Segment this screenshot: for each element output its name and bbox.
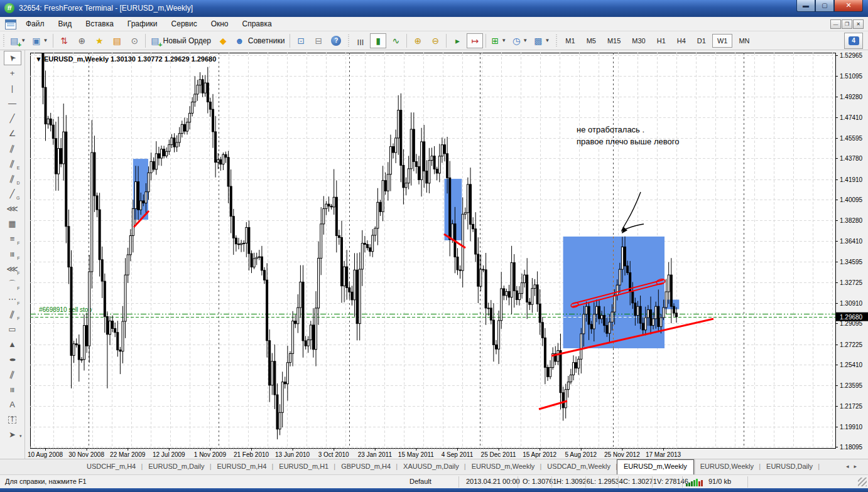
menu-help[interactable]: Справка bbox=[236, 17, 279, 31]
trendline-tool-icon: ╱ bbox=[10, 114, 15, 122]
maximize-button[interactable]: ▢ bbox=[815, 0, 834, 12]
crosshair-button[interactable]: ⊕ bbox=[73, 33, 90, 48]
trend-angle-tool[interactable]: ∠ bbox=[4, 126, 21, 141]
fibo-timezones-tool[interactable]: |||F bbox=[4, 247, 21, 261]
cycle-lines-tool[interactable]: ||| bbox=[4, 382, 21, 397]
stddev-channel-tool-icon: ∥ bbox=[9, 159, 16, 168]
regression-channel-tool[interactable]: ∥D bbox=[4, 171, 21, 186]
tab-scroll-arrows[interactable]: ◂▸ bbox=[846, 463, 862, 469]
toolbar-separator bbox=[486, 34, 486, 48]
chart-window-icon[interactable] bbox=[5, 19, 16, 29]
timeframe-m15[interactable]: M15 bbox=[602, 34, 626, 48]
timeframe-m30[interactable]: M30 bbox=[627, 34, 650, 48]
mdi-close-button[interactable]: ✕ bbox=[853, 19, 864, 29]
date-axis-label: 23 Jan 2011 bbox=[358, 451, 393, 458]
mdi-minimize-button[interactable]: — bbox=[830, 19, 841, 29]
chart-tab-6[interactable]: EURUSD_m,Weekly| bbox=[465, 459, 541, 475]
fibo-fan-tool[interactable]: ⋘F bbox=[4, 262, 21, 276]
new-order-button[interactable]: ▤+Новый Ордер bbox=[148, 33, 214, 48]
mdi-restore-button[interactable]: ❐ bbox=[842, 19, 852, 29]
chart-shift-button[interactable]: ↦ bbox=[467, 33, 483, 48]
terminal-button[interactable]: ▤ bbox=[109, 33, 125, 48]
menu-view[interactable]: Вид bbox=[52, 17, 79, 31]
timeframe-m1[interactable]: M1 bbox=[560, 34, 580, 48]
timeframe-m5[interactable]: M5 bbox=[582, 34, 601, 48]
fibo-channel-tool[interactable]: ∥F bbox=[4, 307, 21, 321]
horizontal-line-tool[interactable]: — bbox=[4, 96, 21, 110]
candlestick-button[interactable]: ▮ bbox=[370, 33, 386, 48]
timeframe-d1[interactable]: D1 bbox=[692, 34, 711, 48]
close-button[interactable]: ✕ bbox=[834, 0, 863, 12]
gann-grid-tool[interactable]: ▦ bbox=[4, 217, 21, 231]
menu-service[interactable]: Сервис bbox=[165, 17, 204, 31]
templates-button[interactable]: ▩▼ bbox=[531, 33, 552, 48]
chart-area[interactable]: #6698910 sell stopне отработалась .право… bbox=[0, 50, 868, 459]
new-chart-button[interactable]: ▤+▼ bbox=[8, 33, 28, 48]
favorites-button[interactable]: ★ bbox=[91, 33, 107, 48]
menu-charts[interactable]: Графики bbox=[121, 17, 165, 31]
chart-tab-9[interactable]: EURUSD,Weekly| bbox=[694, 459, 760, 475]
alert-button[interactable]: ◆ bbox=[215, 33, 231, 48]
minimize-button[interactable]: ▬ bbox=[796, 0, 815, 12]
timeframe-h4[interactable]: H4 bbox=[672, 34, 691, 48]
chart-tab-3[interactable]: EURUSD_m,H1| bbox=[273, 459, 335, 475]
zoom-in-button[interactable]: ⊕ bbox=[410, 33, 426, 48]
chart-tab-2[interactable]: EURUSD_m,H4| bbox=[210, 459, 273, 475]
fullscreen-button[interactable]: ⊡ bbox=[293, 33, 309, 48]
price-axis-label: 1.27225 bbox=[840, 341, 863, 348]
resize-grip[interactable] bbox=[858, 478, 867, 486]
text-tool[interactable]: A bbox=[4, 397, 21, 412]
periods-button[interactable]: ◷▼ bbox=[510, 33, 530, 48]
chart-tab-4[interactable]: GBPUSD_m,H4| bbox=[335, 459, 397, 475]
expert-advisors-button[interactable]: ☻Советники bbox=[232, 33, 287, 48]
menu-window[interactable]: Окно bbox=[204, 17, 236, 31]
chart-tab-7[interactable]: USDCAD_m,Weekly| bbox=[541, 459, 617, 475]
date-axis-label: 15 May 2011 bbox=[398, 451, 435, 458]
annotation-line2[interactable]: правое плечо выше левого bbox=[577, 137, 679, 146]
tester-button[interactable]: ⊙ bbox=[126, 33, 143, 48]
text-label-tool[interactable]: T bbox=[4, 412, 21, 427]
rectangle-tool[interactable]: ▭ bbox=[4, 322, 21, 336]
menu-insert[interactable]: Вставка bbox=[79, 17, 121, 31]
auto-scroll-button[interactable]: ▸ bbox=[449, 33, 465, 48]
market-watch-button[interactable]: ⇅ bbox=[56, 33, 72, 48]
timeframe-w1[interactable]: W1 bbox=[712, 34, 733, 48]
price-chart[interactable]: #6698910 sell stopне отработалась .право… bbox=[0, 50, 868, 459]
community-button[interactable]: 4 bbox=[844, 33, 863, 49]
annotation-line1[interactable]: не отработалась . bbox=[577, 125, 644, 134]
chart-tab-0[interactable]: USDCHF_m,H4| bbox=[80, 459, 142, 475]
fibo-retracement-tool[interactable]: ≡F bbox=[4, 232, 21, 246]
ellipse-tool[interactable]: ● bbox=[4, 352, 21, 366]
price-axis-label: 1.36410 bbox=[840, 238, 863, 245]
profiles-button[interactable]: ▣▼ bbox=[30, 33, 50, 48]
chart-tab-10[interactable]: EURUSD,Daily| bbox=[760, 459, 819, 475]
fibo-expansion-tool[interactable]: ⋯F bbox=[4, 292, 21, 306]
help-button[interactable]: ? bbox=[328, 33, 344, 48]
triangle-tool[interactable]: ▲ bbox=[4, 337, 21, 351]
menu-file[interactable]: Файл bbox=[19, 17, 52, 31]
indicators-button[interactable]: ⊞▼ bbox=[489, 33, 509, 48]
line-chart-button[interactable]: ∿ bbox=[388, 33, 404, 48]
toolbar-handle bbox=[347, 35, 350, 47]
arrows-tool[interactable]: ➤▾ bbox=[4, 427, 21, 442]
gann-fan-tool[interactable]: ⋘ bbox=[4, 201, 21, 216]
print-button[interactable]: ⊟ bbox=[310, 33, 327, 48]
chart-tab-8[interactable]: EURUSD_m,Weekly bbox=[617, 459, 694, 475]
cursor-tool[interactable]: ➤ bbox=[4, 51, 21, 65]
status-time: 2013.04.21 00:00 bbox=[466, 478, 520, 485]
gann-line-tool[interactable]: ╱G bbox=[4, 186, 21, 201]
timeframe-mn[interactable]: MN bbox=[734, 34, 754, 48]
crosshair-tool[interactable]: + bbox=[4, 66, 21, 80]
chart-tab-1[interactable]: EURUSD_m,Daily| bbox=[142, 459, 210, 475]
timeframe-h1[interactable]: H1 bbox=[652, 34, 671, 48]
trendline-tool[interactable]: ╱ bbox=[4, 111, 21, 126]
bar-chart-button[interactable]: ||| bbox=[352, 33, 369, 48]
stddev-channel-tool[interactable]: ∥E bbox=[4, 156, 21, 171]
sell-stop-label: #6698910 sell stop bbox=[39, 306, 92, 313]
zoom-out-button[interactable]: ⊖ bbox=[427, 33, 443, 48]
chart-tab-5[interactable]: XAUUSD_m,Daily| bbox=[397, 459, 465, 475]
fibo-arcs-tool[interactable]: ⌒F bbox=[4, 277, 21, 291]
vertical-line-tool[interactable]: | bbox=[4, 81, 21, 95]
equidistant-channel-tool[interactable]: ∥ bbox=[4, 141, 21, 156]
parallel-lines-tool[interactable]: ∥ bbox=[4, 367, 21, 382]
